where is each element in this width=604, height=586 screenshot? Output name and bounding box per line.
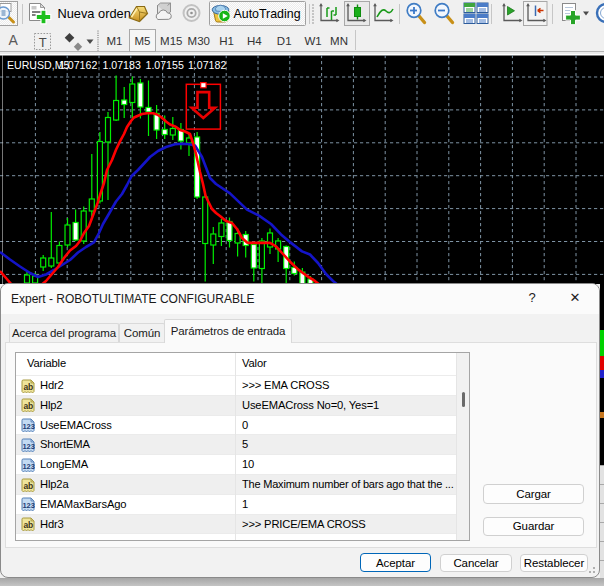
svg-text:1.07155: 1.07155 bbox=[146, 59, 184, 71]
svg-text:ab: ab bbox=[23, 480, 33, 490]
svg-text:T: T bbox=[39, 35, 47, 50]
svg-text:H4: H4 bbox=[247, 35, 262, 47]
svg-text:1.07182: 1.07182 bbox=[188, 59, 226, 71]
svg-text:M15: M15 bbox=[160, 35, 182, 47]
svg-text:H1: H1 bbox=[219, 35, 234, 47]
svg-text:ab: ab bbox=[23, 401, 33, 411]
svg-text:D1: D1 bbox=[277, 35, 292, 47]
svg-text:123: 123 bbox=[23, 422, 35, 431]
svg-text:ab: ab bbox=[23, 520, 33, 530]
svg-text:M1: M1 bbox=[107, 35, 123, 47]
svg-text:123: 123 bbox=[23, 461, 35, 470]
svg-text:AutoTrading: AutoTrading bbox=[234, 7, 301, 21]
svg-text:MN: MN bbox=[330, 35, 348, 47]
svg-text:Nueva orden: Nueva orden bbox=[58, 6, 131, 21]
svg-text:M5: M5 bbox=[135, 35, 151, 47]
svg-text:123: 123 bbox=[23, 441, 35, 450]
svg-text:A: A bbox=[9, 32, 19, 48]
svg-text:1.07183: 1.07183 bbox=[103, 59, 141, 71]
svg-text:M30: M30 bbox=[188, 35, 210, 47]
svg-text:W1: W1 bbox=[304, 35, 321, 47]
svg-text:ab: ab bbox=[23, 381, 33, 391]
svg-text:1.07162: 1.07162 bbox=[59, 59, 97, 71]
svg-text:123: 123 bbox=[23, 501, 35, 510]
